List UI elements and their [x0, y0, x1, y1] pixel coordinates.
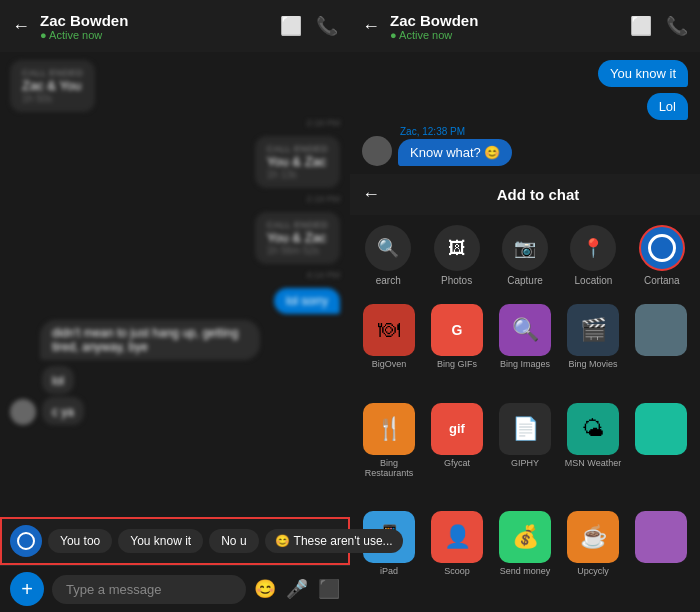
- zac-msg-row: Zac, 12:38 PM Know what? 😊: [362, 126, 688, 166]
- capture-action-circle[interactable]: 📷: [502, 225, 548, 271]
- app-5-icon: [635, 304, 687, 356]
- avatar-zac-right: [362, 136, 392, 166]
- suggestions-bar: You too You know it No u 😊 These aren't …: [0, 517, 350, 565]
- right-chat-area: You know it Lol Zac, 12:38 PM Know what?…: [350, 52, 700, 174]
- mic-input-icon[interactable]: 🎤: [286, 578, 308, 600]
- call-duration-1: 1h 50s: [22, 93, 83, 104]
- bing-images-icon: 🔍: [499, 304, 551, 356]
- msg-lol: Lol: [647, 93, 688, 120]
- cortana-outer-ring-icon: [648, 234, 676, 262]
- app-gfycat[interactable]: gif Gfycat: [426, 403, 488, 506]
- contact-name-right: Zac Bowden: [390, 12, 620, 29]
- emoji-input-icon[interactable]: 😊: [254, 578, 276, 600]
- search-icon: 🔍: [377, 237, 399, 259]
- suggestion-emoji[interactable]: 😊 These aren't use...: [265, 529, 403, 553]
- quick-action-cortana[interactable]: Cortana: [628, 225, 696, 286]
- call-icon-right[interactable]: 📞: [666, 15, 688, 37]
- chat-area-left: CALL ENDED Zac & You 1h 50s 2:18 PM CALL…: [0, 52, 350, 517]
- status-right: ● Active now: [390, 29, 620, 41]
- app-5[interactable]: [630, 304, 692, 397]
- search-action-circle[interactable]: 🔍: [365, 225, 411, 271]
- app-bing-restaurants[interactable]: 🍴 Bing Restaurants: [358, 403, 420, 506]
- msg-lol: lol: [42, 366, 74, 394]
- msg-lol-sorry: lol sorry: [274, 288, 340, 314]
- camera-input-icon[interactable]: ⬛: [318, 578, 340, 600]
- suggestion-emoji-text: These aren't use...: [294, 534, 393, 548]
- call-duration-2: 1h 13s: [267, 169, 328, 180]
- quick-action-search[interactable]: 🔍 earch: [354, 225, 422, 286]
- back-icon-add-to-chat[interactable]: ←: [362, 184, 380, 205]
- call-bubble-2: CALL ENDED You & Zac 1h 13s: [255, 136, 340, 188]
- msg-hanging-up: didn't mean to just hang up, getting tir…: [40, 320, 260, 360]
- app-scoop[interactable]: 👤 Scoop: [426, 511, 488, 604]
- photos-action-label: Photos: [441, 275, 472, 286]
- giphy-label: GIPHY: [511, 458, 539, 468]
- app-upcycly[interactable]: ☕ Upcycly: [562, 511, 624, 604]
- search-action-label: earch: [376, 275, 401, 286]
- add-to-chat-title: Add to chat: [388, 186, 688, 203]
- quick-action-location[interactable]: 📍 Location: [559, 225, 627, 286]
- photos-icon: 🖼: [448, 238, 466, 259]
- scoop-icon: 👤: [431, 511, 483, 563]
- call-icon-left[interactable]: 📞: [316, 15, 338, 37]
- msg-you-know-it: You know it: [598, 60, 688, 87]
- header-icons-left: ⬜ 📞: [280, 15, 338, 37]
- message-input-left[interactable]: Type a message: [52, 575, 246, 604]
- call-bubble-3: CALL ENDED You & Zac 1h 56m 52s: [255, 212, 340, 264]
- right-header: ← Zac Bowden ● Active now ⬜ 📞: [350, 0, 700, 52]
- bing-movies-icon: 🎬: [567, 304, 619, 356]
- bigoven-icon: 🍽: [363, 304, 415, 356]
- ipad-label: iPad: [380, 566, 398, 576]
- call-label-2: CALL ENDED: [267, 144, 328, 154]
- app-giphy[interactable]: 📄 GIPHY: [494, 403, 556, 506]
- app-10-icon: [635, 403, 687, 455]
- app-msn-weather[interactable]: 🌤 MSN Weather: [562, 403, 624, 506]
- msn-weather-label: MSN Weather: [565, 458, 621, 468]
- timestamp-1: 2:18 PM: [10, 118, 340, 128]
- app-bing-images[interactable]: 🔍 Bing Images: [494, 304, 556, 397]
- cortana-suggestion-btn[interactable]: [10, 525, 42, 557]
- contact-name-left: Zac Bowden: [40, 12, 270, 29]
- apps-grid: 🍽 BigOven G Bing GIFs 🔍 Bing Images 🎬 Bi…: [350, 296, 700, 612]
- location-action-circle[interactable]: 📍: [570, 225, 616, 271]
- app-bing-gifs[interactable]: G Bing GIFs: [426, 304, 488, 397]
- video-icon-left[interactable]: ⬜: [280, 15, 302, 37]
- bing-movies-label: Bing Movies: [568, 359, 617, 369]
- location-icon: 📍: [582, 237, 604, 259]
- gfycat-label: Gfycat: [444, 458, 470, 468]
- photos-action-circle[interactable]: 🖼: [434, 225, 480, 271]
- giphy-icon: 📄: [499, 403, 551, 455]
- video-icon-right[interactable]: ⬜: [630, 15, 652, 37]
- suggestion-you-know-it[interactable]: You know it: [118, 529, 203, 553]
- back-button-right[interactable]: ←: [362, 16, 380, 37]
- app-15[interactable]: [630, 511, 692, 604]
- send-money-label: Send money: [500, 566, 551, 576]
- cortana-action-label: Cortana: [644, 275, 680, 286]
- call-title-1: Zac & You: [22, 78, 83, 93]
- header-icons-right: ⬜ 📞: [630, 15, 688, 37]
- suggestion-no-u[interactable]: No u: [209, 529, 258, 553]
- quick-action-photos[interactable]: 🖼 Photos: [422, 225, 490, 286]
- timestamp-3: 4:14 PM: [10, 270, 340, 280]
- quick-action-capture[interactable]: 📷 Capture: [491, 225, 559, 286]
- gfycat-icon: gif: [431, 403, 483, 455]
- cortana-action-circle[interactable]: [639, 225, 685, 271]
- zac-timestamp: Zac, 12:38 PM: [400, 126, 512, 137]
- back-button-left[interactable]: ←: [12, 16, 30, 37]
- suggestion-you-too[interactable]: You too: [48, 529, 112, 553]
- contact-info-right: Zac Bowden ● Active now: [390, 12, 620, 41]
- left-panel: ← Zac Bowden ● Active now ⬜ 📞 CALL ENDED…: [0, 0, 350, 612]
- zac-msg-text: Know what? 😊: [410, 145, 500, 160]
- call-title-3: You & Zac: [267, 230, 328, 245]
- bing-images-label: Bing Images: [500, 359, 550, 369]
- app-ipad[interactable]: 📱 iPad: [358, 511, 420, 604]
- right-panel: ← Zac Bowden ● Active now ⬜ 📞 You know i…: [350, 0, 700, 612]
- upcycly-icon: ☕: [567, 511, 619, 563]
- app-bing-movies[interactable]: 🎬 Bing Movies: [562, 304, 624, 397]
- msg-row-lol: lol c ya: [10, 366, 340, 425]
- app-10[interactable]: [630, 403, 692, 506]
- app-send-money[interactable]: 💰 Send money: [494, 511, 556, 604]
- app-bigoven[interactable]: 🍽 BigOven: [358, 304, 420, 397]
- timestamp-2: 2:19 PM: [10, 194, 340, 204]
- add-button-left[interactable]: +: [10, 572, 44, 606]
